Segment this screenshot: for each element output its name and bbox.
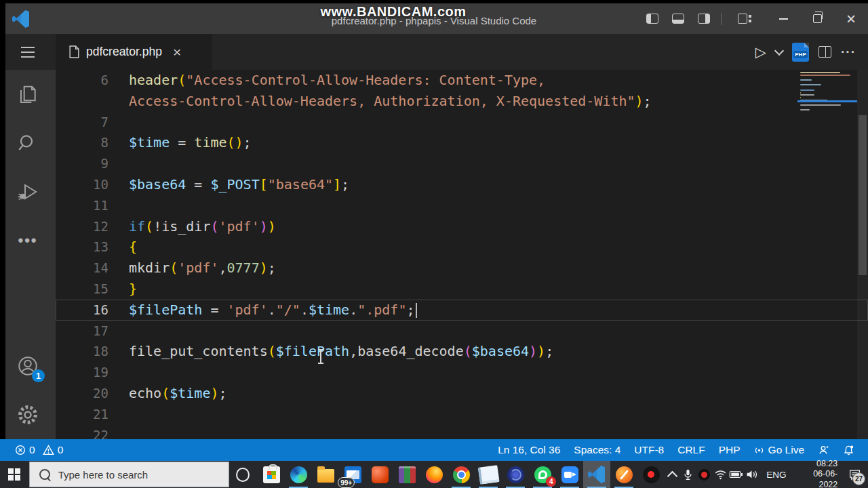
settings-button[interactable] [0, 390, 56, 439]
code-line[interactable]: 8$time = time(); [56, 132, 868, 153]
minimap[interactable] [800, 72, 854, 117]
toggle-sidebar-icon[interactable] [646, 14, 658, 24]
eol-indicator[interactable]: CRLF [671, 444, 711, 456]
code-line[interactable]: 6header("Access-Control-Allow-Headers: C… [56, 70, 868, 91]
code-line[interactable]: 15} [56, 279, 868, 300]
sidebar-item-run-debug[interactable] [0, 167, 56, 216]
encoding-indicator[interactable]: UTF-8 [627, 444, 671, 456]
taskbar-app-file-explorer[interactable] [312, 461, 339, 488]
code-line[interactable]: 21 [56, 404, 868, 425]
close-icon: × [846, 11, 856, 27]
volume-tray-icon[interactable] [745, 461, 760, 488]
battery-tray-icon[interactable] [729, 461, 744, 488]
code-line[interactable]: 9 [56, 153, 868, 174]
taskbar-app-bandicam[interactable] [610, 461, 637, 488]
tray-overflow-button[interactable] [665, 461, 679, 488]
code-line[interactable]: 19 [56, 362, 868, 383]
taskbar-app-office[interactable] [366, 461, 393, 488]
code-token: . [349, 302, 357, 318]
line-number: 12 [56, 216, 129, 237]
code-line[interactable]: 22 [56, 425, 868, 439]
taskbar-app-chrome[interactable] [448, 461, 475, 488]
code-line[interactable]: 12if(!is_dir('pdf')) [56, 216, 868, 237]
battery-icon [729, 470, 743, 479]
taskbar-app-notepad[interactable] [475, 461, 502, 488]
toggle-secondary-sidebar-icon[interactable] [698, 14, 710, 24]
code-line[interactable]: 14mkdir('pdf',0777); [56, 258, 868, 279]
code-token: , [218, 260, 226, 276]
microphone-tray-icon[interactable] [681, 461, 696, 488]
minimize-button[interactable] [766, 3, 800, 34]
taskbar-app-whatsapp[interactable]: 4 [529, 461, 556, 488]
taskbar-app-winrar[interactable] [393, 461, 420, 488]
indentation-indicator[interactable]: Spaces: 4 [567, 444, 627, 456]
line-number: 8 [56, 132, 129, 153]
customize-layout-icon[interactable] [738, 14, 747, 24]
code-editor[interactable]: 6header("Access-Control-Allow-Headers: C… [56, 70, 868, 439]
tab-close-icon[interactable]: × [173, 44, 181, 60]
action-center-button[interactable]: 27 [844, 461, 865, 488]
menu-hamburger-button[interactable] [0, 34, 56, 70]
cursor-position[interactable]: Ln 16, Col 36 [491, 444, 567, 456]
editor-more-actions-icon[interactable]: ··· [841, 45, 856, 60]
minimap-line [800, 84, 821, 85]
taskbar-app-zoom[interactable] [556, 461, 583, 488]
taskbar-app-vscode[interactable] [583, 461, 610, 488]
code-line[interactable]: 17 [56, 321, 868, 342]
split-editor-icon[interactable] [818, 46, 831, 58]
php-run-icon[interactable]: PHP [792, 43, 809, 62]
taskbar-app-mail[interactable]: 99+ [339, 461, 366, 488]
taskbar-clock[interactable]: 08:23 06-06-2022 [793, 459, 844, 488]
problems-button[interactable]: 0 0 [15, 444, 63, 456]
taskbar-app-record-button[interactable] [637, 461, 665, 488]
recording-indicator[interactable] [697, 461, 712, 488]
code-token: ".pdf" [357, 302, 406, 318]
code-line[interactable]: 13{ [56, 237, 868, 258]
code-token: ; [644, 93, 652, 109]
sidebar-item-search[interactable] [0, 119, 56, 167]
go-live-button[interactable]: Go Live [747, 444, 811, 456]
network-tray-icon[interactable] [713, 461, 728, 488]
accounts-button[interactable]: 1 [0, 342, 56, 390]
status-bar: 0 0 Ln 16, Col 36 Spaces: 4 UTF-8 CRLF P… [0, 439, 868, 461]
notepad-icon [477, 465, 499, 485]
activity-bar: ••• 1 [0, 70, 56, 439]
sidebar-item-more[interactable]: ••• [0, 216, 56, 265]
code-token: Access-Control-Allow-Headers, Authorizat… [129, 93, 635, 109]
run-debug-icon [17, 181, 39, 203]
feedback-button[interactable] [811, 445, 836, 455]
code-line[interactable]: 11 [56, 195, 868, 216]
tab-pdfcreator[interactable]: pdfcreator.php × [56, 34, 212, 70]
code-text: echo($time); [129, 383, 227, 404]
line-number: 19 [56, 362, 129, 383]
taskbar-app-media-app[interactable] [502, 461, 529, 488]
close-button[interactable]: × [834, 3, 868, 34]
notifications-button[interactable] [836, 445, 861, 456]
code-token: file_put_contents [129, 343, 268, 359]
code-line[interactable]: 16$filePath = 'pdf'."/".$time.".pdf"; [56, 300, 868, 321]
code-token: 'pdf' [178, 260, 218, 276]
toggle-panel-icon[interactable] [672, 14, 684, 24]
language-indicator[interactable]: ENG [761, 470, 791, 480]
taskbar-app-firefox[interactable] [420, 461, 448, 488]
windows-logo-icon [8, 468, 20, 481]
language-mode[interactable]: PHP [712, 444, 747, 456]
start-button[interactable] [0, 461, 29, 488]
taskbar-app-microsoft-store[interactable] [258, 461, 285, 488]
code-line[interactable]: 10$base64 = $_POST["base64"]; [56, 174, 868, 195]
code-line[interactable]: 18file_put_contents($filePath,base64_dec… [56, 341, 868, 362]
code-token: "base64" [268, 176, 333, 192]
code-line[interactable]: 20echo($time); [56, 383, 868, 404]
taskbar-app-edge[interactable] [285, 461, 312, 488]
editor-scrollbar[interactable] [857, 70, 868, 439]
sidebar-item-explorer[interactable] [0, 70, 56, 119]
whatsapp-badge: 4 [546, 476, 556, 487]
editor-scrollbar-thumb[interactable] [859, 115, 867, 275]
cortana-icon[interactable] [236, 468, 250, 482]
restore-button[interactable] [800, 3, 834, 34]
run-dropdown-chevron-icon[interactable] [774, 45, 784, 55]
taskbar-search-input[interactable]: Type here to search [29, 462, 230, 487]
run-button[interactable]: ▷ [755, 45, 766, 59]
code-line[interactable]: 7 [56, 112, 868, 133]
code-line[interactable]: Access-Control-Allow-Headers, Authorizat… [56, 91, 868, 112]
